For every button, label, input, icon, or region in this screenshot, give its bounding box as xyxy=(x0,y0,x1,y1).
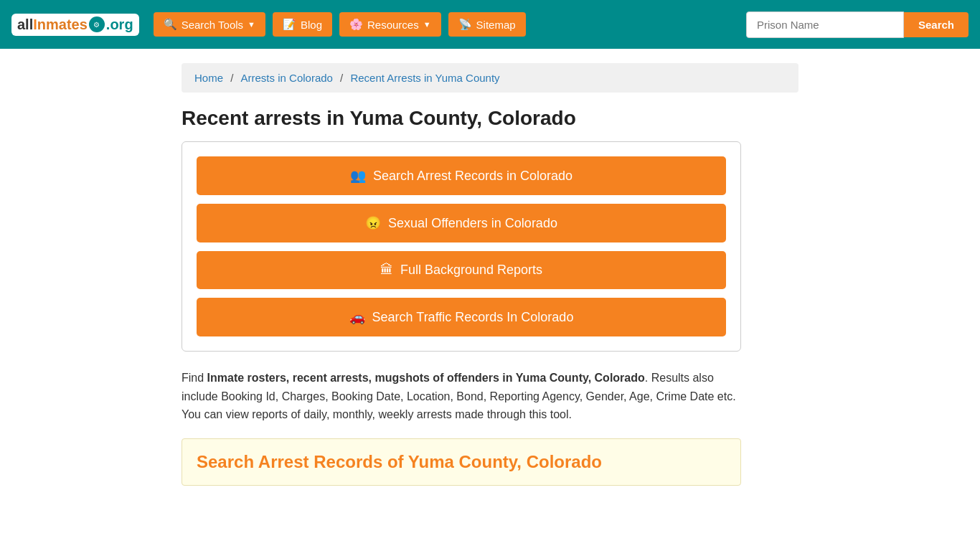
sitemap-icon: 📡 xyxy=(458,18,472,31)
traffic-records-button[interactable]: 🚗 Search Traffic Records In Colorado xyxy=(197,298,726,336)
description-text: Find Inmate rosters, recent arrests, mug… xyxy=(182,369,741,424)
search-arrest-records-button[interactable]: 👥 Search Arrest Records in Colorado xyxy=(197,156,726,195)
logo-text-org: .org xyxy=(106,17,133,33)
logo-dot-icon: ⚙ xyxy=(89,17,105,32)
navbar: allInmates⚙.org 🔍 Search Tools ▼ 📝 Blog … xyxy=(0,0,980,49)
page-title: Recent arrests in Yuma County, Colorado xyxy=(182,107,798,130)
blog-icon: 📝 xyxy=(283,18,296,31)
blog-button[interactable]: 📝 Blog xyxy=(273,12,332,37)
full-background-reports-label: Full Background Reports xyxy=(400,263,542,278)
logo-text-all: all xyxy=(17,17,33,33)
description-prefix: Find xyxy=(182,372,207,384)
navbar-search-label: Search xyxy=(918,19,954,31)
search-tools-button[interactable]: 🔍 Search Tools ▼ xyxy=(154,12,265,37)
sitemap-label: Sitemap xyxy=(476,19,516,31)
blog-label: Blog xyxy=(301,19,322,31)
search-section-box: Search Arrest Records of Yuma County, Co… xyxy=(182,438,741,486)
resources-button[interactable]: 🌸 Resources ▼ xyxy=(339,12,441,37)
search-tools-label: Search Tools xyxy=(182,19,243,31)
logo-box: allInmates⚙.org xyxy=(11,14,139,36)
full-background-reports-button[interactable]: 🏛 Full Background Reports xyxy=(197,251,726,289)
sexual-offenders-label: Sexual Offenders in Colorado xyxy=(388,216,557,231)
main-content: Home / Arrests in Colorado / Recent Arre… xyxy=(167,49,813,500)
resources-icon: 🌸 xyxy=(349,18,363,31)
traffic-records-label: Search Traffic Records In Colorado xyxy=(372,310,574,325)
breadcrumb-sep-1: / xyxy=(230,72,236,84)
navbar-search: Search xyxy=(746,11,969,38)
action-box: 👥 Search Arrest Records in Colorado 😠 Se… xyxy=(182,141,741,352)
description-bold: Inmate rosters, recent arrests, mugshots… xyxy=(207,372,645,384)
breadcrumb-home[interactable]: Home xyxy=(194,72,223,84)
sexual-offenders-button[interactable]: 😠 Sexual Offenders in Colorado xyxy=(197,204,726,242)
logo-text-nmates: nmates xyxy=(37,17,88,33)
sexual-offenders-icon: 😠 xyxy=(365,215,381,231)
search-tools-icon: 🔍 xyxy=(164,18,177,31)
background-reports-icon: 🏛 xyxy=(380,263,393,278)
resources-arrow-icon: ▼ xyxy=(423,20,431,29)
search-arrest-records-label: Search Arrest Records in Colorado xyxy=(373,169,573,184)
breadcrumb-current: Recent Arrests in Yuma County xyxy=(350,72,499,84)
search-section-title: Search Arrest Records of Yuma County, Co… xyxy=(197,452,726,472)
logo-area[interactable]: allInmates⚙.org xyxy=(11,14,139,36)
breadcrumb-arrests-colorado[interactable]: Arrests in Colorado xyxy=(241,72,333,84)
breadcrumb-sep-2: / xyxy=(340,72,346,84)
navbar-search-button[interactable]: Search xyxy=(904,12,969,37)
arrest-records-icon: 👥 xyxy=(350,168,366,184)
traffic-records-icon: 🚗 xyxy=(349,309,365,325)
prison-name-input[interactable] xyxy=(746,11,904,38)
sitemap-button[interactable]: 📡 Sitemap xyxy=(448,12,526,37)
breadcrumb: Home / Arrests in Colorado / Recent Arre… xyxy=(182,63,798,93)
resources-label: Resources xyxy=(367,19,419,31)
search-tools-arrow-icon: ▼ xyxy=(248,20,255,29)
